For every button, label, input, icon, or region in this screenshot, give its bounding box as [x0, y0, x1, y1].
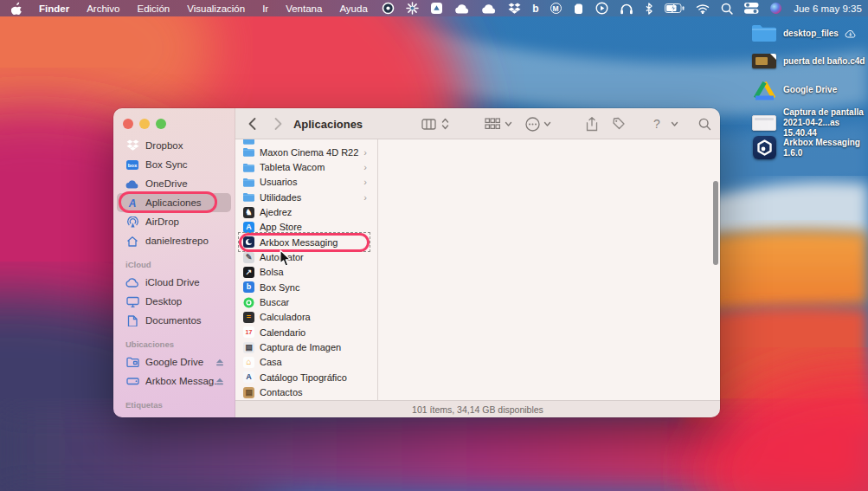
- apple-menu[interactable]: [0, 2, 30, 15]
- folder-icon: [243, 177, 254, 188]
- file-row-arkbox-messaging[interactable]: Arkbox Messaging: [235, 235, 377, 249]
- column-view-button[interactable]: [421, 108, 436, 139]
- app-store-icon: A: [243, 222, 254, 233]
- menu-ayuda[interactable]: Ayuda: [331, 0, 376, 16]
- file-row-maxon-cinema-4d-r22[interactable]: Maxon Cinema 4D R22›: [235, 145, 377, 159]
- chess-app-icon: ♞: [243, 207, 254, 218]
- tag-icon[interactable]: [612, 108, 626, 139]
- eject-icon[interactable]: [215, 359, 224, 366]
- file-row-label: App Store: [260, 222, 302, 232]
- siri-icon[interactable]: [764, 0, 787, 16]
- menu-edición[interactable]: Edición: [129, 0, 179, 16]
- svg-text:A: A: [128, 197, 137, 209]
- home-app-icon: ⌂: [243, 357, 254, 368]
- desktop-icon-desktop-files[interactable]: desktop_files: [751, 23, 868, 43]
- scrollbar[interactable]: [713, 181, 718, 265]
- sidebar-item-danielrestrepo[interactable]: danielrestrepo: [117, 231, 231, 250]
- desktop-icon-label: Captura de pantalla2021-04-2...as 15.40.…: [783, 107, 868, 139]
- back-button[interactable]: [248, 108, 257, 139]
- file-row-utilidades[interactable]: Utilidades›: [235, 190, 377, 204]
- zoom-button[interactable]: [156, 119, 166, 129]
- wifi-icon[interactable]: [690, 0, 715, 16]
- share-button[interactable]: [586, 108, 598, 139]
- desktop-icon-puerta-del-ba-o-c4d[interactable]: puerta del baño.c4d: [751, 54, 868, 68]
- cloud-icon[interactable]: [449, 0, 476, 16]
- sidebar-item-box-sync[interactable]: boxBox Sync: [117, 155, 231, 174]
- chevron-right-icon: ›: [363, 162, 367, 172]
- menu-ir[interactable]: Ir: [254, 0, 277, 16]
- eject-icon[interactable]: [215, 378, 224, 385]
- more-actions-button[interactable]: [525, 108, 540, 139]
- settings-asterisk-icon[interactable]: [401, 0, 425, 16]
- file-row-casa[interactable]: ⌂Casa: [235, 355, 377, 370]
- file-row-usuarios[interactable]: Usuarios›: [235, 175, 377, 190]
- help-button[interactable]: ?: [653, 108, 660, 139]
- battery-charging-icon[interactable]: [659, 0, 690, 16]
- sidebar-item-arkbox-messag-[interactable]: Arkbox Messag...: [117, 371, 231, 391]
- forward-button[interactable]: [273, 108, 283, 139]
- menu-bar-clock[interactable]: Jue 6 may 9:35: [787, 3, 868, 14]
- file-row-calendario[interactable]: 17Calendario: [235, 325, 377, 339]
- file-row-tableta-wacom[interactable]: Tableta Wacom›: [235, 159, 377, 174]
- sidebar-item-dropbox[interactable]: Dropbox: [117, 136, 231, 155]
- folder-icon: [243, 146, 254, 158]
- desktop-icon-captura-de-pantalla[interactable]: Captura de pantalla2021-04-2...as 15.40.…: [751, 107, 868, 139]
- headphones-icon[interactable]: [614, 0, 639, 16]
- file-row-captura-de-imagen[interactable]: ▤Captura de Imagen: [235, 339, 377, 354]
- sidebar-item-label: AirDrop: [145, 216, 231, 227]
- sidebar-item-onedrive[interactable]: OneDrive: [117, 174, 231, 193]
- search-button[interactable]: [698, 108, 711, 139]
- menu-finder[interactable]: Finder: [30, 0, 78, 16]
- status-bar: 101 ítems, 34,14 GB disponibles: [235, 400, 720, 417]
- control-center-icon[interactable]: [738, 0, 764, 16]
- menu-archivo[interactable]: Archivo: [78, 0, 128, 16]
- close-button[interactable]: [123, 119, 133, 129]
- dropbox-icon[interactable]: [503, 0, 527, 16]
- sidebar-section-etiquetas: Etiquetas: [125, 400, 163, 410]
- file-row-ajedrez[interactable]: ♞Ajedrez: [235, 204, 377, 219]
- sidebar-item-documentos[interactable]: Documentos: [117, 311, 231, 330]
- file-row-calculadora[interactable]: =Calculadora: [235, 310, 377, 325]
- menu-visualización[interactable]: Visualización: [178, 0, 254, 16]
- calendar-app-icon: 17: [243, 326, 254, 338]
- play-circle-icon[interactable]: [589, 0, 614, 16]
- external-drive-icon: [125, 377, 139, 385]
- sidebar-item-icloud-drive[interactable]: iCloud Drive: [117, 273, 231, 292]
- desktop-icon-label: puerta del baño.c4d: [783, 56, 865, 67]
- m-circle-icon[interactable]: M: [544, 0, 567, 16]
- sidebar-item-label: Documentos: [145, 315, 231, 326]
- sidebar-item-aplicaciones[interactable]: AAplicaciones: [117, 193, 231, 212]
- sidebar-item-label: iCloud Drive: [145, 277, 231, 287]
- menu-ventana[interactable]: Ventana: [277, 0, 331, 16]
- google-drive-icon: [751, 80, 777, 100]
- sidebar-item-airdrop[interactable]: AirDrop: [117, 212, 231, 231]
- file-row-buscar[interactable]: Buscar: [235, 294, 377, 309]
- letter-b-icon[interactable]: b: [527, 0, 544, 16]
- group-by-button[interactable]: [485, 108, 500, 139]
- arkbox-app-icon: [243, 236, 254, 248]
- view-sort-carets-icon[interactable]: [441, 108, 449, 139]
- file-row-box-sync[interactable]: bBox Sync: [235, 280, 377, 294]
- evernote-icon[interactable]: [567, 0, 589, 16]
- sidebar-item-desktop[interactable]: Desktop: [117, 292, 231, 311]
- file-row-label: Box Sync: [260, 282, 299, 293]
- desktop-icon-google-drive[interactable]: Google Drive: [751, 80, 868, 100]
- sidebar-item-google-drive[interactable]: Google Drive: [117, 352, 231, 371]
- minimize-button[interactable]: [139, 119, 150, 129]
- file-row-contactos[interactable]: ▤Contactos: [235, 385, 377, 400]
- file-row-cat-logo-tipogr-fico[interactable]: ACatálogo Tipográfico: [235, 370, 377, 384]
- file-row-label: Calculadora: [260, 312, 311, 322]
- deploy-box-icon[interactable]: [425, 0, 449, 16]
- file-row-label: Utilidades: [260, 192, 301, 203]
- arkbox-app-icon-large: [751, 136, 777, 159]
- file-row-bolsa[interactable]: ↗Bolsa: [235, 265, 377, 280]
- file-row-automator[interactable]: ✎Automator: [235, 249, 377, 264]
- folder-icon: [243, 162, 254, 173]
- spotlight-search-icon[interactable]: [715, 0, 738, 16]
- cloud-icon[interactable]: [476, 0, 503, 16]
- desktop-icon-label: Arkbox Messaging 1.6.0: [783, 138, 868, 158]
- file-row-label: Casa: [260, 357, 282, 367]
- screen-record-icon[interactable]: [376, 0, 401, 16]
- desktop-icon-arkbox-messaging-1-6-0[interactable]: Arkbox Messaging 1.6.0: [751, 136, 868, 159]
- bluetooth-icon[interactable]: [639, 0, 659, 16]
